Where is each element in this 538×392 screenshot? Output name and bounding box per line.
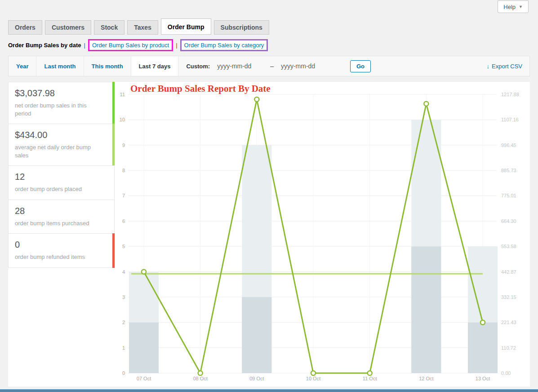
x-axis-label: 09 Oct [249, 376, 264, 381]
right-axis-tick: 664.30 [501, 218, 516, 224]
left-axis-tick: 4 [122, 269, 125, 275]
data-point-marker[interactable] [142, 270, 146, 274]
stat-value: $3,037.98 [15, 88, 105, 98]
chart-title: Order Bump Sales Report By Date [130, 83, 271, 94]
stat-order-bump-refunded-items: 0order bump refunded items [8, 233, 115, 268]
subnav-order-bump-sales-by-category[interactable]: Order Bump Sales by category [184, 42, 264, 49]
tab-customers[interactable]: Customers [45, 20, 91, 35]
x-axis-label: 07 Oct [137, 376, 151, 381]
stat-label: order bump items purchased [15, 219, 92, 227]
x-axis-label: 13 Oct [476, 376, 490, 381]
data-point-marker[interactable] [368, 371, 372, 375]
range-this-month[interactable]: This month [84, 56, 131, 76]
date-to-input[interactable] [281, 62, 334, 70]
export-csv-link[interactable]: ↓ Export CSV [487, 63, 522, 70]
stat-accent-bar [112, 124, 115, 166]
x-axis-label: 11 Oct [363, 376, 377, 381]
range-year[interactable]: Year [9, 56, 36, 76]
stat-accent-bar [112, 82, 115, 124]
stat-order-bump-orders-placed: 12order bump orders placed [8, 165, 115, 200]
stat-accent-bar [112, 233, 115, 268]
data-point-marker[interactable] [311, 371, 316, 375]
right-axis-tick: 553.58 [501, 244, 516, 249]
export-csv-label: Export CSV [492, 63, 522, 70]
subnav-separator: | [84, 42, 85, 49]
bar-order-bump-orders-placed [242, 297, 271, 373]
bottom-bar [0, 389, 538, 392]
right-axis-tick: 1217.88 [501, 92, 519, 97]
subnav-separator: | [176, 42, 177, 49]
stat-order-bump-items-purchased: 28order bump items purchased [8, 200, 115, 234]
report-content: $3,037.98net order bump sales in this pe… [8, 82, 530, 387]
stat-value: 28 [15, 206, 105, 216]
date-from-input[interactable] [217, 62, 270, 70]
right-axis-tick: 0.00 [501, 370, 511, 376]
range-last-month[interactable]: Last month [36, 56, 84, 76]
x-axis-label: 12 Oct [419, 376, 433, 381]
left-axis-tick: 9 [122, 143, 125, 148]
go-button[interactable]: Go [350, 60, 371, 72]
x-axis-label: 10 Oct [306, 376, 320, 381]
tab-subscriptions[interactable]: Subscriptions [214, 20, 269, 35]
highlight-box: Order Bump Sales by category [180, 39, 268, 51]
bar-order-bump-orders-placed [468, 322, 498, 373]
data-point-marker[interactable] [254, 97, 259, 102]
range-last-7-days[interactable]: Last 7 days [131, 56, 179, 76]
date-range-separator: – [270, 62, 274, 70]
stats-sidebar: $3,037.98net order bump sales in this pe… [8, 82, 115, 268]
report-tabs: OrdersCustomersStockTaxesOrder BumpSubsc… [8, 0, 530, 35]
right-axis-tick: 885.73 [501, 168, 516, 173]
subnav-order-bump-sales-by-date[interactable]: Order Bump Sales by date [8, 42, 81, 49]
stat-value: $434.00 [15, 130, 105, 140]
tab-orders[interactable]: Orders [8, 20, 42, 35]
subnav-order-bump-sales-by-product[interactable]: Order Bump Sales by product [92, 42, 169, 49]
stat-value: 0 [15, 240, 105, 250]
tab-stock[interactable]: Stock [94, 20, 124, 35]
left-axis-tick: 10 [120, 117, 125, 122]
stat-average-net-daily-order-bump-sales: $434.00average net daily order bump sale… [8, 124, 115, 166]
right-axis-tick: 1107.16 [501, 117, 519, 122]
bar-order-bump-orders-placed [411, 246, 441, 373]
filter-bar: YearLast monthThis monthLast 7 days Cust… [8, 56, 530, 76]
highlight-box: Order Bump Sales by product [88, 39, 173, 51]
data-point-marker[interactable] [480, 320, 485, 325]
left-axis-tick: 6 [122, 218, 125, 224]
left-axis-tick: 2 [122, 320, 125, 325]
left-axis-tick: 1 [122, 345, 125, 351]
data-point-marker[interactable] [424, 102, 428, 106]
data-point-marker[interactable] [198, 371, 203, 375]
download-icon: ↓ [487, 63, 490, 70]
right-axis-tick: 996.45 [501, 143, 516, 148]
right-axis-tick: 332.15 [501, 294, 516, 300]
tab-taxes[interactable]: Taxes [127, 20, 158, 35]
x-axis-label: 08 Oct [193, 376, 207, 381]
left-axis-tick: 8 [122, 168, 125, 173]
stat-net-order-bump-sales-in-this-period: $3,037.98net order bump sales in this pe… [8, 82, 115, 124]
right-axis-tick: 442.87 [501, 269, 516, 275]
left-axis-tick: 11 [120, 92, 125, 97]
right-axis-tick: 221.43 [501, 320, 516, 325]
bar-order-bump-orders-placed [129, 322, 159, 373]
page-wrap: OrdersCustomersStockTaxesOrder BumpSubsc… [0, 0, 538, 387]
custom-range-label: Custom: [186, 63, 210, 70]
right-axis-tick: 775.01 [501, 193, 516, 198]
range-filters: YearLast monthThis monthLast 7 days [9, 56, 178, 76]
stat-label: average net daily order bump sales [15, 143, 92, 159]
stat-label: net order bump sales in this period [15, 102, 92, 117]
left-axis-tick: 5 [122, 244, 125, 249]
stat-label: order bump orders placed [15, 185, 92, 193]
tab-order-bump[interactable]: Order Bump [161, 18, 211, 35]
left-axis-tick: 3 [122, 294, 125, 300]
right-axis-tick: 110.72 [501, 345, 516, 351]
stat-value: 12 [15, 172, 105, 182]
left-axis-tick: 0 [122, 370, 125, 376]
stat-label: order bump refunded items [15, 253, 92, 261]
chart-panel: Order Bump Sales Report By Date 111217.8… [118, 82, 523, 387]
report-subnav: Order Bump Sales by date|Order Bump Sale… [8, 39, 530, 51]
left-axis-tick: 7 [122, 193, 125, 198]
sales-chart: 111217.88101107.169996.458885.737775.016… [118, 82, 523, 387]
